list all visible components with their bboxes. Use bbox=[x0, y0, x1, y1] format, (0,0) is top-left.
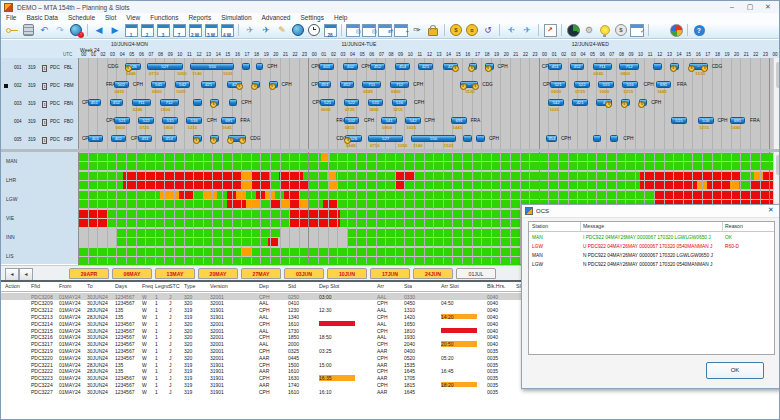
flight-bar[interactable]: 515 bbox=[598, 81, 613, 88]
column-header-std[interactable]: Std bbox=[288, 283, 296, 289]
ocs-message-row[interactable]: MANI PDC922 04MAY26MAY 0000067 170320 LG… bbox=[529, 233, 774, 242]
flight-bar[interactable] bbox=[653, 63, 662, 70]
flight-bar[interactable]: 516 bbox=[186, 117, 201, 124]
flight-bar[interactable] bbox=[229, 99, 238, 106]
flight-bar[interactable] bbox=[476, 135, 485, 142]
column-header-sta[interactable]: Sta bbox=[404, 283, 412, 289]
week-tab-06may[interactable]: 06MAY bbox=[112, 268, 152, 279]
flight-bar[interactable]: 691 bbox=[730, 117, 745, 124]
flight-bar[interactable]: 541 bbox=[381, 117, 396, 124]
flight-bar[interactable]: 527 bbox=[147, 63, 183, 70]
menu-functions[interactable]: Functions bbox=[145, 14, 183, 21]
column-header-action[interactable]: Action bbox=[5, 283, 20, 289]
process-gears-icon[interactable]: ⚙ bbox=[582, 23, 596, 37]
flight-bar[interactable]: 421 bbox=[572, 99, 587, 106]
week-tab-24jun[interactable]: 24JUN bbox=[413, 268, 453, 279]
flight-bar[interactable]: 712 bbox=[619, 63, 638, 70]
menu-slot[interactable]: Slot bbox=[100, 14, 121, 21]
flight-bar[interactable]: $ bbox=[210, 99, 219, 106]
week-tab-27may[interactable]: 27MAY bbox=[241, 268, 281, 279]
flight-bar[interactable]: 401 bbox=[88, 135, 103, 142]
menu-basic-data[interactable]: Basic Data bbox=[21, 14, 62, 21]
flight-bar[interactable]: 522 bbox=[344, 99, 359, 106]
flight-bar[interactable] bbox=[610, 135, 619, 142]
gantt-row-label-FBN[interactable]: 0033191PDCFBN bbox=[1, 95, 78, 113]
statistics-icon[interactable]: ↗ bbox=[543, 23, 557, 37]
lock-icon[interactable] bbox=[426, 23, 440, 37]
flight-bar[interactable]: 550 bbox=[190, 63, 234, 70]
ocs-column-message[interactable]: Message bbox=[583, 223, 604, 229]
flight-bar[interactable]: 550 bbox=[411, 135, 456, 142]
flight-bar[interactable]: 451 bbox=[88, 99, 101, 106]
flight-bar[interactable]: 711 bbox=[593, 63, 612, 70]
flight-bar[interactable]: 502 bbox=[114, 81, 129, 88]
edit-pen-icon[interactable]: ✎ bbox=[275, 23, 289, 37]
flight-bar[interactable]: $ bbox=[252, 81, 261, 88]
column-header-arr-slot[interactable]: Arr Slot bbox=[441, 283, 459, 289]
flight-bar[interactable]: 502 bbox=[344, 117, 359, 124]
menu-settings[interactable]: Settings bbox=[295, 14, 329, 21]
list-options-icon[interactable] bbox=[653, 23, 667, 37]
gantt-row-label-FBO[interactable]: 0043191PDCFBO bbox=[1, 113, 78, 131]
gantt-vertical-scrollbar[interactable] bbox=[773, 58, 780, 149]
flight-bar[interactable]: 421 bbox=[201, 81, 216, 88]
flight-bar[interactable]: 526$ bbox=[345, 135, 362, 142]
flight-bar[interactable]: 421 bbox=[418, 63, 433, 70]
import-window-icon[interactable]: ◎ bbox=[362, 23, 376, 37]
next-period-icon[interactable]: ▶ bbox=[108, 23, 122, 37]
ok-button[interactable]: OK bbox=[706, 362, 764, 379]
plane-arrive-icon[interactable]: ✈ bbox=[520, 23, 534, 37]
flight-bar[interactable]: 526$ bbox=[125, 63, 141, 70]
flight-bar[interactable]: 522 bbox=[138, 117, 153, 124]
aircraft-blue-icon[interactable]: ✈ bbox=[259, 23, 273, 37]
flight-bar[interactable]: 542 bbox=[175, 81, 190, 88]
month-28-icon[interactable]: 28 bbox=[323, 23, 337, 37]
ocs-close-icon[interactable]: ✕ bbox=[765, 206, 777, 214]
help-icon[interactable]: ? bbox=[692, 23, 706, 37]
flight-bar[interactable]: $ bbox=[621, 99, 630, 106]
flight-bar[interactable]: 711 bbox=[132, 99, 151, 106]
week-tab-17jun[interactable]: 17JUN bbox=[370, 268, 410, 279]
prev-period-icon[interactable]: ◀ bbox=[92, 23, 106, 37]
fare-card-icon[interactable]: ¤ bbox=[465, 23, 479, 37]
flight-bar[interactable]: 354 bbox=[546, 135, 557, 142]
flight-bar[interactable]: $ bbox=[469, 63, 478, 70]
flight-bar[interactable]: 521 bbox=[320, 99, 335, 106]
flight-bar[interactable]: $ bbox=[210, 135, 219, 142]
world-time-icon[interactable] bbox=[291, 23, 305, 37]
column-header-dep[interactable]: Dep bbox=[259, 283, 269, 289]
column-header-stc[interactable]: STC bbox=[169, 283, 180, 289]
flight-bar[interactable]: 515 bbox=[368, 99, 383, 106]
flight-bar[interactable]: 451 bbox=[548, 63, 561, 70]
flight-bar[interactable]: $ bbox=[485, 63, 494, 70]
gantt-row-label-FBL[interactable]: 0013191PDCFBL bbox=[1, 59, 78, 77]
flight-bar[interactable]: 402 bbox=[111, 135, 126, 142]
flight-bar[interactable]: 452 bbox=[340, 81, 353, 88]
flight-bar[interactable]: ~$$ bbox=[228, 135, 246, 142]
flight-bar[interactable]: ~$$ bbox=[460, 81, 478, 88]
flight-bar[interactable]: 42$ bbox=[227, 81, 242, 88]
column-header-from[interactable]: From bbox=[59, 283, 71, 289]
flight-bar[interactable]: 712 bbox=[160, 99, 179, 106]
publish-error-icon[interactable]: ! bbox=[69, 23, 83, 37]
menu-view[interactable]: View bbox=[121, 14, 145, 21]
flight-bar[interactable]: 521 bbox=[114, 117, 129, 124]
ocs-message-row[interactable]: MANN PDC922 04MAY26MAY 0000067 170320 LG… bbox=[529, 251, 774, 260]
flight-bar[interactable]: 691 bbox=[451, 117, 466, 124]
week-tab-20may[interactable]: 20MAY bbox=[198, 268, 238, 279]
flight-bar[interactable] bbox=[256, 63, 264, 70]
flight-bar[interactable]: 452 bbox=[570, 63, 583, 70]
close-button[interactable]: ✕ bbox=[759, 1, 777, 12]
column-header-version[interactable]: Version bbox=[210, 283, 228, 289]
gantt-row-label-FBP[interactable]: 0053191PDCFBP bbox=[1, 131, 78, 149]
flight-bar[interactable]: 402 bbox=[343, 63, 358, 70]
flight-bar[interactable] bbox=[193, 99, 202, 106]
column-header-dep-slot[interactable]: Dep Slot bbox=[319, 283, 339, 289]
flight-bar[interactable]: $ bbox=[269, 81, 278, 88]
airport-scroll-thumb[interactable] bbox=[776, 155, 780, 175]
week-tab-13may[interactable]: 13MAY bbox=[155, 268, 195, 279]
price-search-icon[interactable]: $ bbox=[449, 23, 463, 37]
flight-bar[interactable]: 521 bbox=[550, 81, 565, 88]
column-header-blk-hrs-[interactable]: Blk.Hrs. bbox=[487, 283, 506, 289]
flight-bar[interactable]: 516 bbox=[622, 81, 637, 88]
